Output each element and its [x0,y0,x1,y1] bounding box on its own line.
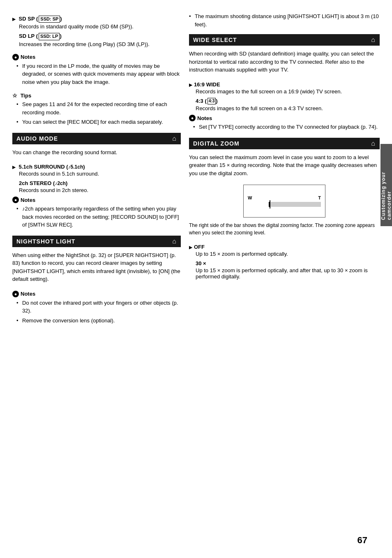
nightshot-notes-list: Do not cover the infrared port with your… [12,299,181,325]
audio-mode-home-icon: ⌂ [172,135,177,142]
nightshot-home-icon: ⌂ [172,238,177,245]
zoom-off-title: OFF [189,244,380,250]
left-column: SD SP (SSD: SP) Records in standard qual… [12,12,181,546]
wide-select-body: When recording with SD (standard definit… [189,50,380,74]
zoom-diagram: W T [243,185,325,218]
zoom-30-title: 30 × [196,260,380,266]
digital-zoom-home-icon: ⌂ [371,140,376,147]
surround-music-note: ♪5.1ch [68,164,83,170]
page-number: 67 [357,535,367,546]
note-icon-wide: ● [189,115,196,121]
sd-sp-badge: SSD: SP [39,16,60,23]
audio-notes-list: ♪2ch appears temporarily regardless of t… [12,205,181,229]
sd-sp-section: SD SP (SSD: SP) Records in standard qual… [12,16,181,47]
sd-sp-description: Records in standard quality mode (SD 6M … [19,23,181,30]
digital-zoom-section: DIGITAL ZOOM ⌂ You can select the maximu… [189,138,380,280]
wide-select-header: WIDE SELECT ⌂ [189,34,380,46]
notes-1: ● Notes If you record in the LP mode, th… [12,54,181,86]
wide-select-home-icon: ⌂ [371,36,376,44]
nightshot-distance-note: The maximum shooting distance using [NIG… [189,12,380,28]
wide-169-description: Records images to the full screen on a 1… [196,88,380,95]
audio-mode-header: AUDIO MODE ⌂ [12,133,181,144]
nightshot-section: NIGHTSHOT LIGHT ⌂ When using either the … [12,236,181,325]
audio-mode-body: You can change the recording sound forma… [12,148,181,157]
zoom-off-description: Up to 15 × zoom is performed optically. [196,251,380,257]
stereo-music-note: ♪2ch [55,181,66,186]
zoom-bar-container: W T [248,195,321,207]
wide-select-notes-list: Set [TV TYPE] correctly according to the… [189,123,380,131]
zoom-diagram-caption: The right side of the bar shows the digi… [189,222,380,236]
sd-lp-badge: SSD: LP [39,33,60,40]
tips-item-2: You can select the [REC MODE] for each m… [16,118,181,126]
sd-lp-title: SD LP (SSD: LP) [19,33,181,40]
wide-select-section: WIDE SELECT ⌂ When recording with SD (st… [189,34,380,131]
zoom-labels: W T [248,195,321,200]
tips-item-1: See pages 11 and 24 for the expected rec… [16,100,181,116]
tips-header: ☆ Tips [12,93,181,99]
tips-section: ☆ Tips See pages 11 and 24 for the expec… [12,93,181,126]
main-content: SD SP (SSD: SP) Records in standard qual… [12,12,380,546]
nightshot-body: When using either the NightShot (p. 32) … [12,251,181,283]
nightshot-header: NIGHTSHOT LIGHT ⌂ [12,236,181,247]
note-icon-1: ● [12,54,19,60]
zoom-label-w: W [248,195,252,200]
tips-icon: ☆ [12,93,17,99]
zoom-bar-fill [248,202,270,207]
note-icon-nightshot: ● [12,291,19,297]
wide-select-notes-header: ● Notes [189,115,380,121]
nightshot-notes-item-1: Do not cover the infrared port with your… [16,299,181,315]
note-icon-audio: ● [12,197,19,203]
notes-1-item-1: If you record in the LP mode, the qualit… [16,62,181,86]
notes-1-header: ● Notes [12,54,181,60]
surround-title: 5.1ch SURROUND (♪5.1ch) [12,164,181,170]
stereo-title: 2ch STEREO (♪2ch) [19,180,181,186]
zoom-bar-track [248,202,321,207]
ratio-43-title: 4:3 (4:3) [196,98,380,105]
nightshot-notes-header: ● Notes [12,291,181,297]
sd-lp-description: Increases the recording time (Long Play)… [19,41,181,47]
tips-list: See pages 11 and 24 for the expected rec… [12,100,181,126]
sd-sp-title: SD SP (SSD: SP) [12,16,181,23]
zoom-cursor [270,200,270,208]
ratio-43-badge: 4:3 [208,98,216,104]
zoom-label-t: T [318,195,321,200]
stereo-description: Records sound in 2ch stereo. [19,187,181,193]
page: SD SP (SSD: SP) Records in standard qual… [0,0,392,558]
ratio-43-description: Records images to the full screen on a 4… [196,105,380,111]
audio-notes-item-1: ♪2ch appears temporarily regardless of t… [16,205,181,229]
digital-zoom-header: DIGITAL ZOOM ⌂ [189,138,380,149]
audio-mode-section: AUDIO MODE ⌂ You can change the recordin… [12,133,181,229]
nightshot-notes-item-2: Remove the conversion lens (optional). [16,317,181,325]
surround-description: Records sound in 5.1ch surround. [19,171,181,177]
zoom-30-description: Up to 15 × zoom is performed optically, … [196,267,380,280]
notes-1-list: If you record in the LP mode, the qualit… [12,62,181,86]
wide-169-title: 16:9 WIDE [189,81,380,88]
right-column: The maximum shooting distance using [NIG… [189,12,380,546]
wide-select-notes-item-1: Set [TV TYPE] correctly according to the… [193,123,380,131]
audio-notes-header: ● Notes [12,197,181,203]
side-tab: Customizing your camcorder [380,144,392,226]
digital-zoom-body: You can select the maximum zoom level in… [189,153,380,178]
